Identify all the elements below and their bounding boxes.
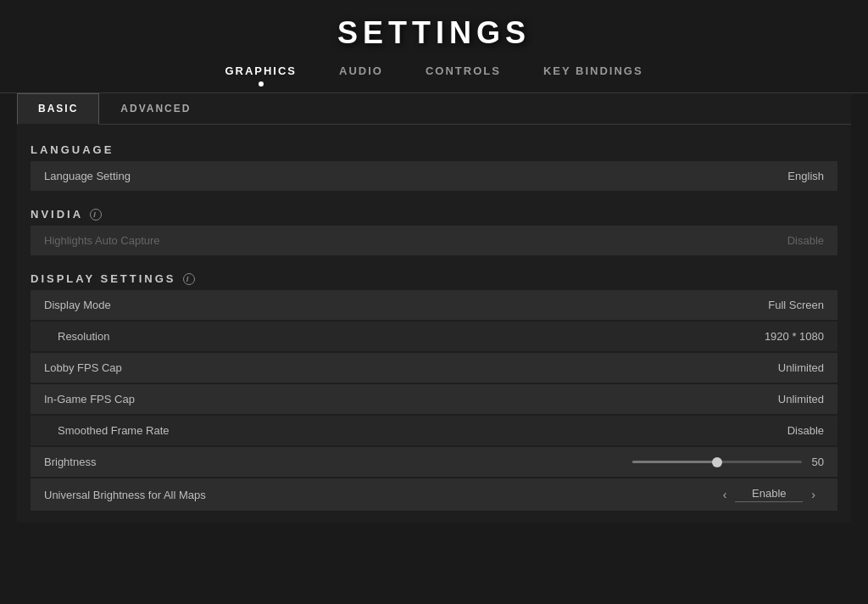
subtab-advanced[interactable]: ADVANCED <box>99 93 212 124</box>
tab-controls[interactable]: CoNtROLS <box>417 59 509 86</box>
sub-tabs: BASIC ADVANCED <box>17 93 851 125</box>
brightness-slider-thumb[interactable] <box>712 457 722 467</box>
section-header-nvidia: NVIDIA i <box>31 199 837 226</box>
universal-brightness-right-arrow[interactable]: › <box>803 488 824 501</box>
row-resolution[interactable]: Resolution 1920 * 1080 <box>31 322 837 351</box>
display-info-icon[interactable]: i <box>183 273 195 285</box>
page-container: SETTINGS GRAPHICS AUDIO CoNtROLS KEY BIN… <box>0 0 868 523</box>
tab-audio[interactable]: AUDIO <box>331 59 392 86</box>
nvidia-info-icon[interactable]: i <box>90 209 102 221</box>
section-header-language: LANGUAGE <box>31 135 837 161</box>
row-brightness[interactable]: Brightness 50 <box>31 447 837 477</box>
row-smoothed-frame-rate[interactable]: Smoothed Frame Rate Disable <box>31 416 837 445</box>
page-title: SETTINGS <box>0 0 868 59</box>
content-area: BASIC ADVANCED LANGUAGE Language Setting… <box>17 93 851 523</box>
settings-body: LANGUAGE Language Setting English NVIDIA… <box>17 125 851 523</box>
row-highlights-auto-capture[interactable]: Highlights Auto Capture Disable <box>31 226 837 255</box>
row-lobby-fps-cap[interactable]: Lobby FPS Cap Unlimited <box>31 353 837 383</box>
universal-brightness-nav: ‹ Enable › <box>715 487 824 502</box>
subtab-basic[interactable]: BASIC <box>17 93 99 125</box>
brightness-slider-fill <box>632 461 717 463</box>
tab-graphics[interactable]: GRAPHICS <box>216 59 305 86</box>
row-display-mode[interactable]: Display Mode Full Screen <box>31 290 837 320</box>
row-universal-brightness[interactable]: Universal Brightness for All Maps ‹ Enab… <box>31 478 837 511</box>
row-language-setting[interactable]: Language Setting English <box>31 161 837 191</box>
row-ingame-fps-cap[interactable]: In-Game FPS Cap Unlimited <box>31 384 837 414</box>
section-header-display: DISPLAY SETTINGS i <box>31 264 837 290</box>
main-tabs: GRAPHICS AUDIO CoNtROLS KEY BINDINGS <box>0 59 868 93</box>
brightness-slider-track[interactable] <box>632 461 802 463</box>
universal-brightness-left-arrow[interactable]: ‹ <box>715 488 736 501</box>
brightness-slider-container: 50 <box>632 456 824 468</box>
tab-keybindings[interactable]: KEY BINDINGS <box>535 59 652 86</box>
